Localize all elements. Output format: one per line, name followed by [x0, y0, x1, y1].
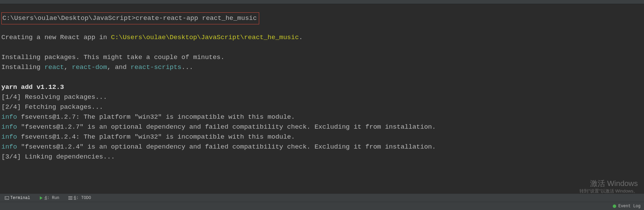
tab-todo-text: : TODO	[76, 196, 91, 200]
info-label: info	[1, 143, 17, 151]
info-label: info	[1, 133, 17, 141]
tab-run-text: : Run	[47, 196, 59, 200]
output-step-1: [1/4] Resolving packages...	[1, 92, 643, 102]
pkg-react-scripts: react-scripts	[130, 63, 181, 71]
output-creating: Creating a new React app in C:\Users\oul…	[1, 33, 643, 43]
pkg-react-dom: react-dom	[72, 63, 107, 71]
tab-todo-shortcut: 6	[74, 196, 76, 200]
output-info-1: info fsevents@1.2.7: The platform "win32…	[1, 112, 643, 122]
output-yarn-version: yarn add v1.12.3	[1, 82, 643, 92]
event-indicator-icon	[613, 205, 616, 208]
project-path: C:\Users\oulae\Desktop\JavaScript\react_…	[111, 34, 299, 41]
pkg-react: react	[44, 63, 64, 71]
info-label: info	[1, 123, 17, 131]
tab-terminal-label: Terminal	[10, 196, 30, 200]
status-bar: Event Log	[0, 202, 644, 210]
text-segment: Creating a new React app in	[1, 34, 111, 41]
tool-window-tab-bar: Terminal 4: Run 6: TODO	[0, 194, 644, 202]
event-log-button[interactable]: Event Log	[618, 204, 641, 209]
text-segment: Installing	[1, 63, 44, 71]
command-highlight-box: C:\Users\oulae\Desktop\JavaScript>create…	[1, 12, 259, 24]
text-segment: ...	[182, 63, 193, 71]
panel-top-border	[0, 0, 644, 4]
text-segment: .	[299, 34, 303, 41]
output-installing-pkgs: Installing react, react-dom, and react-s…	[1, 62, 643, 72]
terminal-panel[interactable]: C:\Users\oulae\Desktop\JavaScript>create…	[0, 0, 644, 167]
output-installing-msg: Installing packages. This might take a c…	[1, 52, 643, 62]
bottom-bars: Terminal 4: Run 6: TODO Event Log	[0, 194, 644, 210]
svg-marker-2	[40, 196, 43, 200]
output-info-3: info fsevents@1.2.4: The platform "win32…	[1, 132, 643, 142]
info-text: "fsevents@1.2.7" is an optional dependen…	[17, 123, 436, 131]
tab-todo-label: 6: TODO	[74, 196, 91, 200]
terminal-output[interactable]: C:\Users\oulae\Desktop\JavaScript>create…	[0, 4, 644, 162]
blank-line	[1, 72, 643, 82]
output-step-2: [2/4] Fetching packages...	[1, 102, 643, 112]
info-text: fsevents@1.2.7: The platform "win32" is …	[17, 113, 295, 121]
info-text: "fsevents@1.2.4" is an optional dependen…	[17, 143, 436, 151]
output-info-2: info "fsevents@1.2.7" is an optional dep…	[1, 122, 643, 132]
tab-run[interactable]: 4: Run	[37, 195, 61, 201]
output-step-3: [3/4] Linking dependencies...	[1, 152, 643, 162]
tab-run-label: 4: Run	[45, 196, 59, 200]
tab-terminal[interactable]: Terminal	[3, 195, 32, 201]
prompt-path: C:\Users\oulae\Desktop\JavaScript>	[2, 14, 136, 22]
command-text: create-react-app react_he_music	[136, 14, 257, 22]
tab-todo[interactable]: 6: TODO	[66, 195, 93, 201]
text-segment: , and	[107, 63, 130, 71]
info-text: fsevents@1.2.4: The platform "win32" is …	[17, 133, 295, 141]
blank-line	[1, 43, 643, 52]
text-segment: ,	[64, 63, 72, 71]
windows-activation-watermark: 激活 Windows 转到"设置"以激活 Windows。	[579, 179, 638, 194]
todo-icon	[68, 196, 72, 200]
terminal-icon	[5, 196, 9, 200]
info-label: info	[1, 113, 17, 121]
svg-rect-0	[5, 196, 9, 199]
play-icon	[39, 196, 43, 200]
watermark-title: 激活 Windows	[579, 179, 638, 188]
output-info-4: info "fsevents@1.2.4" is an optional dep…	[1, 142, 643, 152]
tab-run-shortcut: 4	[45, 196, 47, 200]
